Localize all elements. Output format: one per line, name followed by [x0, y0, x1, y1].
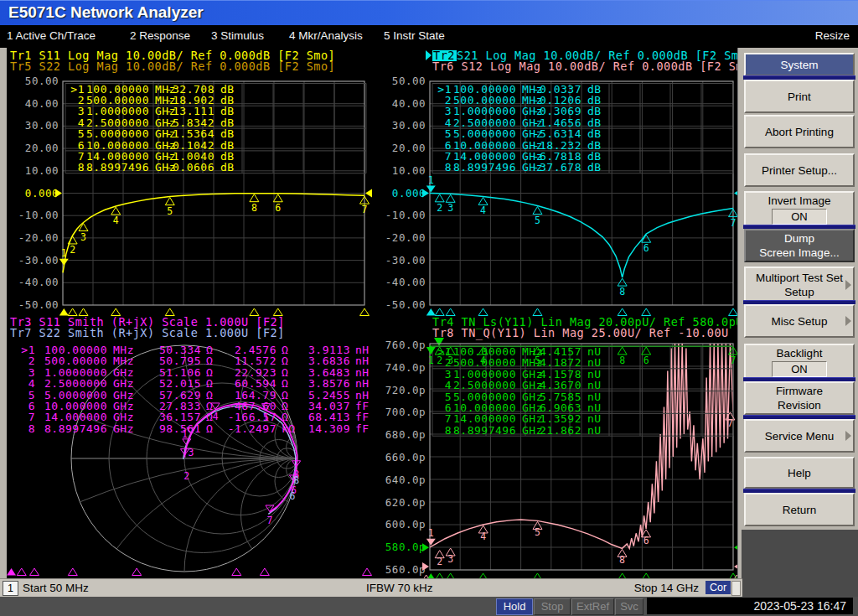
svg-text:10.00: 10.00	[25, 164, 59, 177]
softkey-multiport-test-set[interactable]: Multiport Test SetSetup	[744, 267, 855, 303]
svg-text:580.0p: 580.0p	[385, 541, 426, 553]
svg-text:3: 3	[447, 202, 453, 214]
menu-item-1[interactable]: 1 Active Ch/Trace	[7, 29, 96, 42]
svg-text:720.0p: 720.0p	[385, 384, 426, 396]
svg-text:660.0p: 660.0p	[385, 451, 426, 463]
svg-text:nU: nU	[587, 424, 602, 437]
submenu-arrow-icon	[845, 316, 851, 326]
svg-text:-50.00: -50.00	[18, 298, 59, 311]
svg-text:8: 8	[293, 474, 299, 486]
smith-chart: 1324586786Tr3 S11 Smith (R+jX) Scale 1.0…	[7, 315, 380, 580]
status-spacer-box	[731, 581, 741, 596]
softkey-firmware[interactable]: FirmwareRevision	[744, 381, 855, 415]
svg-text:7: 7	[731, 217, 737, 229]
svg-text:8: 8	[445, 424, 452, 437]
sidebar-empty-area	[742, 530, 858, 597]
softkey-abort-printing[interactable]: Abort Printing	[744, 115, 855, 148]
svg-text:40.00: 40.00	[392, 97, 426, 110]
softkey-misc-setup[interactable]: Misc Setup	[744, 304, 855, 338]
svg-text:2: 2	[183, 470, 189, 482]
softkey-dump[interactable]: DumpScreen Image...	[744, 229, 855, 262]
svg-text:2: 2	[437, 556, 442, 567]
svg-text:dB: dB	[220, 161, 235, 173]
svg-text:7: 7	[362, 204, 368, 215]
svg-text:3: 3	[80, 231, 86, 243]
svg-text:3: 3	[188, 447, 194, 458]
svg-text:8.8997496: 8.8997496	[453, 424, 516, 437]
svg-text:740.0p: 740.0p	[385, 361, 426, 374]
svg-text:Tr6 S12 Log Mag 10.00dB/ Ref 0: Tr6 S12 Log Mag 10.00dB/ Ref 0.000dB [F2…	[432, 60, 737, 73]
svg-text:6: 6	[275, 202, 281, 214]
softkey-label: Setup	[784, 285, 814, 299]
svg-text:40.00: 40.00	[25, 97, 59, 110]
softkey-printer-setup[interactable]: Printer Setup...	[744, 153, 855, 187]
svg-text:30.00: 30.00	[392, 119, 426, 132]
svg-text:2: 2	[437, 355, 442, 366]
extref-indicator: ExtRef	[571, 598, 614, 615]
start-frequency: Start 50 MHz	[23, 582, 89, 594]
svg-text:4: 4	[113, 215, 119, 226]
svg-text:-40.00: -40.00	[18, 276, 59, 288]
title-bar: E5071C Network Analyzer	[0, 0, 858, 26]
svg-text:Tr8 TN_Q(Y11) Lin Mag 25.00U/: Tr8 TN_Q(Y11) Lin Mag 25.00U/ Ref -10.00…	[432, 326, 737, 340]
softkey-print[interactable]: Print	[744, 80, 855, 113]
svg-text:2: 2	[437, 202, 442, 214]
svg-text:1: 1	[428, 527, 434, 539]
softkey-label: Invert Image	[768, 194, 830, 208]
svg-text:620.0p: 620.0p	[385, 496, 426, 509]
submenu-arrow-icon	[845, 280, 851, 290]
softkey-backlight[interactable]: BacklightON	[744, 344, 855, 380]
lin-mag-chart: Tr4 TN_Ls(Y11) Lin Mag 20.00pU/ Ref 580.…	[375, 315, 737, 580]
instrument-screen: E5071C Network Analyzer Resize 1 Active …	[0, 0, 858, 616]
bottom-status-bar: Hold Stop ExtRef Svc 2023-05-23 16:47	[0, 597, 858, 616]
svg-text:8: 8	[619, 554, 625, 566]
svg-text:2: 2	[70, 244, 75, 256]
menu-item-2[interactable]: 2 Response	[130, 29, 190, 42]
toggle-state: ON	[772, 361, 827, 377]
window-title: E5071C Network Analyzer	[8, 3, 204, 22]
status-bar: 1 Start 50 MHz IFBW 70 kHz Stop 14 GHz C…	[0, 578, 742, 598]
svg-text:3: 3	[447, 355, 453, 366]
svg-text:Tr7 S22 Smith (R+jX) Scale 1.0: Tr7 S22 Smith (R+jX) Scale 1.000U [F2]	[10, 326, 285, 339]
svg-text:-20.00: -20.00	[385, 231, 426, 244]
softkey-service-menu[interactable]: Service Menu	[744, 419, 855, 453]
correction-badge: Cor	[706, 581, 731, 594]
svg-text:8: 8	[619, 355, 625, 366]
softkey-label: Multiport Test Set	[756, 271, 843, 285]
svg-text:6: 6	[644, 355, 649, 366]
menu-item-3[interactable]: 3 Stimulus	[211, 29, 264, 42]
hold-indicator: Hold	[496, 598, 533, 615]
datetime-display: 2023-05-23 16:47	[647, 598, 853, 614]
softkey-return[interactable]: Return	[744, 493, 855, 526]
toggle-state: ON	[772, 209, 827, 225]
softkey-invert-image[interactable]: Invert ImageON	[744, 191, 855, 227]
softkey-system[interactable]: System	[744, 53, 855, 76]
svg-text:30.00: 30.00	[25, 119, 59, 132]
svg-text:-37.678: -37.678	[533, 161, 581, 173]
svg-text:4: 4	[480, 531, 486, 542]
svg-text:Tr5 S22 Log Mag 10.00dB/ Ref 0: Tr5 S22 Log Mag 10.00dB/ Ref 0.000dB [F2…	[10, 60, 335, 73]
menu-resize[interactable]: Resize	[815, 29, 850, 42]
menu-item-5[interactable]: 5 Instr State	[384, 29, 445, 42]
svg-text:8: 8	[619, 286, 625, 298]
svg-text:8: 8	[445, 161, 452, 173]
softkey-help[interactable]: Help	[744, 457, 855, 489]
softkey-label: Service Menu	[765, 429, 835, 443]
svg-text:760.0p: 760.0p	[385, 339, 426, 351]
menu-bar: Resize 1 Active Ch/Trace2 Response3 Stim…	[0, 25, 858, 48]
svg-text:-50.00: -50.00	[385, 298, 426, 311]
svg-text:50.00: 50.00	[25, 75, 59, 87]
svg-text:Ω: Ω	[206, 422, 213, 435]
s11-logmag-chart: Tr1 S11 Log Mag 10.00dB/ Ref 0.000dB [F2…	[7, 49, 380, 325]
softkey-label: Return	[783, 503, 817, 517]
channel-number: 1	[3, 581, 18, 596]
svg-text:1: 1	[428, 174, 434, 186]
softkey-sidebar: SystemPrintAbort PrintingPrinter Setup..…	[742, 48, 858, 597]
svg-text:-30.00: -30.00	[385, 254, 426, 267]
svg-text:-10.00: -10.00	[18, 209, 59, 221]
s21-logmag-chart: Tr2 S21 Log Mag 10.00dB/ Ref 0.000dB [F2…	[375, 49, 737, 325]
svg-text:20.00: 20.00	[25, 142, 59, 154]
softkey-label: System	[780, 58, 818, 72]
svg-text:8: 8	[78, 161, 85, 173]
menu-item-4[interactable]: 4 Mkr/Analysis	[289, 29, 363, 42]
